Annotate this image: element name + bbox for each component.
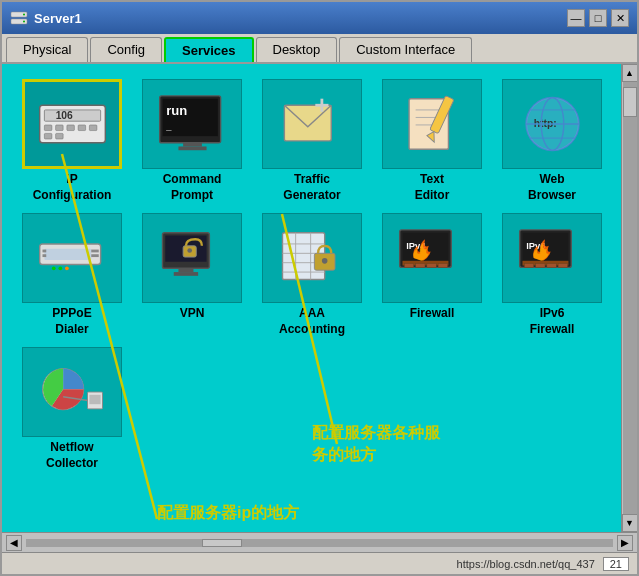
status-page: 21	[603, 557, 629, 571]
pppoe-dialer-icon-box[interactable]	[22, 213, 122, 303]
scroll-right-button[interactable]: ▶	[617, 535, 633, 551]
ip-config-icon-box[interactable]: 106	[22, 79, 122, 169]
svg-rect-20	[284, 105, 331, 141]
list-item[interactable]: AAAAccounting	[257, 213, 367, 337]
svg-rect-37	[44, 249, 91, 260]
tab-custom[interactable]: Custom Interface	[339, 37, 472, 62]
list-item[interactable]: IPv4 Firewall	[377, 213, 487, 337]
horizontal-scrollbar-area: ◀ ▶	[2, 532, 637, 552]
svg-rect-66	[426, 264, 435, 268]
list-item[interactable]: IPv6 IPv6Firewall	[497, 213, 607, 337]
traffic-gen-icon	[275, 89, 350, 159]
ip-annotation-text: 配置服务器ip的地方	[157, 502, 299, 524]
list-item[interactable]: PPPoEDialer	[17, 213, 127, 337]
services-annotation-text: 配置服务器各种服务的地方	[312, 422, 440, 467]
svg-point-44	[65, 267, 69, 271]
tab-physical[interactable]: Physical	[6, 37, 88, 62]
list-item[interactable]: http: WebBrowser	[497, 79, 607, 203]
close-button[interactable]: ✕	[611, 9, 629, 27]
svg-rect-38	[42, 250, 46, 253]
netflow-label: NetflowCollector	[46, 440, 98, 471]
list-item[interactable]: run _ CommandPrompt	[137, 79, 247, 203]
netflow-icon-box[interactable]	[22, 347, 122, 437]
main-window: Server1 — □ ✕ Physical Config Services D…	[0, 0, 639, 576]
tab-bar: Physical Config Services Desktop Custom …	[2, 34, 637, 64]
svg-text:106: 106	[55, 110, 72, 121]
list-item[interactable]: TrafficGenerator	[257, 79, 367, 203]
title-bar-left: Server1	[10, 9, 82, 27]
list-item[interactable]: NetflowCollector	[17, 347, 127, 471]
svg-point-42	[51, 267, 55, 271]
svg-point-43	[58, 267, 62, 271]
firewall-icon-box[interactable]: IPv4	[382, 213, 482, 303]
svg-rect-11	[89, 125, 97, 131]
svg-text:_: _	[165, 121, 172, 131]
svg-rect-47	[178, 269, 193, 273]
scroll-left-button[interactable]: ◀	[6, 535, 22, 551]
svg-rect-67	[438, 264, 447, 268]
list-item[interactable]: 106 IPConfiguration	[17, 79, 127, 203]
maximize-button[interactable]: □	[589, 9, 607, 27]
vertical-scrollbar[interactable]: ▲ ▼	[621, 64, 637, 532]
vpn-label: VPN	[180, 306, 205, 322]
firewall-icon: IPv4	[395, 223, 470, 293]
svg-rect-13	[55, 133, 63, 139]
svg-rect-40	[91, 250, 99, 253]
svg-rect-12	[44, 133, 52, 139]
tab-desktop[interactable]: Desktop	[256, 37, 338, 62]
svg-point-59	[321, 258, 327, 264]
list-item[interactable]: VPN	[137, 213, 247, 337]
title-controls: — □ ✕	[567, 9, 629, 27]
ipv6-firewall-icon: IPv6	[515, 223, 590, 293]
svg-rect-72	[524, 264, 533, 268]
svg-rect-73	[535, 264, 544, 268]
svg-rect-7	[44, 125, 52, 131]
svg-rect-9	[66, 125, 74, 131]
vpn-icon-box[interactable]	[142, 213, 242, 303]
svg-text:run: run	[166, 103, 187, 118]
window-title: Server1	[34, 11, 82, 26]
web-browser-icon: http:	[515, 89, 590, 159]
svg-rect-41	[91, 254, 99, 257]
web-browser-icon-box[interactable]: http:	[502, 79, 602, 169]
firewall-label: Firewall	[410, 306, 455, 322]
svg-rect-10	[78, 125, 86, 131]
text-editor-icon	[395, 89, 470, 159]
svg-point-50	[187, 248, 192, 253]
traffic-gen-icon-box[interactable]	[262, 79, 362, 169]
netflow-icon	[35, 357, 110, 427]
svg-rect-74	[546, 264, 555, 268]
scroll-track	[623, 82, 637, 514]
svg-rect-48	[173, 272, 197, 276]
ipv6-firewall-label: IPv6Firewall	[530, 306, 575, 337]
horizontal-scroll-thumb[interactable]	[202, 539, 242, 547]
command-prompt-icon: run _	[155, 89, 230, 159]
ip-config-label: IPConfiguration	[33, 172, 112, 203]
server-icon	[10, 9, 28, 27]
text-editor-icon-box[interactable]	[382, 79, 482, 169]
vpn-icon	[155, 223, 230, 293]
tab-services[interactable]: Services	[164, 37, 254, 62]
tab-config[interactable]: Config	[90, 37, 162, 62]
horizontal-scroll-track	[26, 539, 613, 547]
minimize-button[interactable]: —	[567, 9, 585, 27]
command-prompt-label: CommandPrompt	[163, 172, 222, 203]
traffic-gen-label: TrafficGenerator	[283, 172, 340, 203]
svg-rect-65	[415, 264, 424, 268]
svg-rect-64	[404, 264, 413, 268]
aaa-icon-box[interactable]	[262, 213, 362, 303]
svg-rect-39	[42, 254, 46, 257]
scroll-down-button[interactable]: ▼	[622, 514, 638, 532]
status-bar: https://blog.csdn.net/qq_437 21	[2, 552, 637, 574]
aaa-label: AAAAccounting	[279, 306, 345, 337]
svg-rect-75	[558, 264, 567, 268]
ip-config-icon: 106	[35, 89, 110, 159]
content-area: 106 IPConfiguration	[2, 64, 637, 532]
icons-grid: 106 IPConfiguration	[12, 74, 617, 477]
ipv6-firewall-icon-box[interactable]: IPv6	[502, 213, 602, 303]
scroll-up-button[interactable]: ▲	[622, 64, 638, 82]
command-prompt-icon-box[interactable]: run _	[142, 79, 242, 169]
list-item[interactable]: TextEditor	[377, 79, 487, 203]
aaa-icon	[275, 223, 350, 293]
scroll-thumb[interactable]	[623, 87, 637, 117]
